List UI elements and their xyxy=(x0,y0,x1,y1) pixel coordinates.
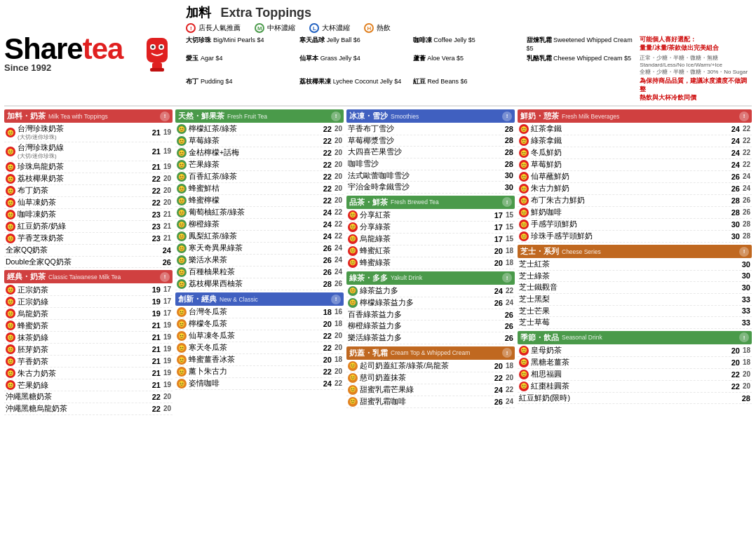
item-prices: 2422 xyxy=(323,208,342,217)
legend-popular-label: 店長人氣推薦 xyxy=(198,23,241,33)
list-item: 😊 正宗奶綠 1917 xyxy=(4,296,173,308)
topping-lycheecoconut: 荔枝椰果凍 Lychee Coconut Jelly $4 xyxy=(299,77,412,102)
item-prices: 2624 xyxy=(731,184,750,193)
item-name: 全家QQ奶茶 xyxy=(6,245,163,255)
item-name: 咖啡雪沙 xyxy=(348,159,505,169)
item-prices: 2119 xyxy=(152,163,171,171)
section-fresh-milk: 鮮奶・憩茶 Fresh Milk Beverages ! 😊 紅茶拿鐵 2422… xyxy=(518,109,752,243)
item-icon: 😊 xyxy=(6,309,15,318)
section-cheese: 芝士・系列 Cheese Series ! 芝士紅茶 30 芝士綠茶 30 芝士… xyxy=(518,245,752,329)
menu-grid: 加料・奶茶 Milk Tea with Toppings ! 😊 台灣珍珠奶茶(… xyxy=(4,109,752,415)
list-item: 😊 蜂蜜紅茶 2018 xyxy=(346,245,515,257)
item-prices: 2220 xyxy=(323,196,342,205)
item-name: 冬瓜鮮奶 xyxy=(531,148,731,158)
list-item: 😊 寒天奇異果綠茶 2624 xyxy=(175,243,344,255)
item-icon: 😊 xyxy=(6,174,15,184)
item-prices: 3028 xyxy=(731,220,750,229)
list-item: 😊 布丁奶茶 2220 xyxy=(4,185,173,197)
item-name: 烏龍綠茶 xyxy=(360,234,494,244)
svg-point-3 xyxy=(151,46,154,48)
item-prices: 30 xyxy=(742,271,750,280)
item-icon: 😊 xyxy=(519,124,529,134)
topping-jellyball: 寒天晶球 Jelly Ball $6 xyxy=(299,36,412,53)
item-icon: 😊 xyxy=(519,346,529,356)
section-icon: ! xyxy=(739,247,749,257)
section-icon: ! xyxy=(502,273,512,283)
item-name: 鮮奶咖啡 xyxy=(531,208,731,217)
item-prices: 2321 xyxy=(152,210,171,219)
item-name: 分享紅茶 xyxy=(360,210,494,220)
item-name: 鳳梨紅茶/綠茶 xyxy=(189,231,323,241)
section-title-en: New & Classic xyxy=(220,296,258,303)
section-title-cn: 冰凍・雪沙 xyxy=(349,111,388,121)
item-prices: 2220 xyxy=(152,175,171,183)
item-prices: 26 xyxy=(505,334,513,342)
item-icon: 😊 xyxy=(519,231,529,241)
list-item: 大四喜芒果雪沙 28 xyxy=(346,147,515,158)
list-item: 😊 鳳梨紅茶/綠茶 2422 xyxy=(175,231,344,243)
list-item: 😊 芒果奶綠 2119 xyxy=(4,379,173,391)
item-icon: 😊 xyxy=(6,222,15,231)
svg-point-4 xyxy=(160,46,163,48)
legend-popular-icon: ! xyxy=(186,23,196,33)
item-prices: 28 xyxy=(505,136,513,144)
logo: Sharetea xyxy=(4,34,123,64)
section-icon: ! xyxy=(502,112,512,121)
item-name: 百香綠茶益力多 xyxy=(348,310,505,320)
list-item: 😊 咖啡凍奶茶 2321 xyxy=(4,209,173,221)
section-classic-milk-tea: 經典・奶茶 Classic Taiwanese Milk Tea ! 😊 正宗奶… xyxy=(4,270,173,414)
item-name: 草莓鮮奶 xyxy=(531,160,731,170)
section-title-cn: 創新・經典 xyxy=(178,294,217,304)
item-name: 蜂蜜鮮桔 xyxy=(189,184,323,194)
item-name: 草莓綠茶 xyxy=(189,136,323,146)
list-item: 😊 草莓鮮奶 2422 xyxy=(518,159,752,171)
list-item: 😊 檸檬冬瓜茶 2018 xyxy=(175,318,344,330)
section-header-freshmilk: 鮮奶・憩茶 Fresh Milk Beverages ! xyxy=(518,109,752,123)
item-icon: 😊 xyxy=(6,332,15,342)
topping-aloe: 蘆薈 Aloe Vera $5 xyxy=(413,54,525,76)
item-icon: 😊 xyxy=(519,208,529,217)
topping-empty1 xyxy=(527,77,639,102)
topping-whippedcream: 甜煉乳霜 Sweetened Whipped Cream $5 xyxy=(527,36,639,53)
section-title-en: Fresh Brewed Tea xyxy=(391,198,439,205)
item-icon: 😊 xyxy=(348,373,358,383)
item-prices: 2119 xyxy=(152,369,171,377)
topping-agar: 愛玉 Agar $4 xyxy=(186,54,298,76)
section-seasonal: 季節・飲品 Seasonal Drink ! 😊 皇母奶茶 2018 😊 黑糖老… xyxy=(518,331,752,405)
item-prices: 2119 xyxy=(152,381,171,389)
item-icon: 😊 xyxy=(519,196,529,205)
item-icon: 😊 xyxy=(177,172,187,182)
list-item: 😊 檸檬紅茶/綠茶 2220 xyxy=(175,123,344,135)
list-item: 😊 葡萄柚紅茶/綠茶 2422 xyxy=(175,207,344,219)
item-name: 荔枝椰果奶茶 xyxy=(18,174,152,184)
item-prices: 2624 xyxy=(323,268,342,276)
list-item: 柳橙綠茶益力多 26 xyxy=(346,321,515,332)
item-name: 檸檬綠茶益力多 xyxy=(360,298,494,308)
item-icon: 😊 xyxy=(177,255,187,265)
item-name: 芒果綠茶 xyxy=(189,160,323,170)
item-name: 百種柚果粒茶 xyxy=(189,267,323,277)
list-item: 😊 仙草蘸鮮奶 2624 xyxy=(518,171,752,183)
section-title-cn: 品茶・鮮茶 xyxy=(349,197,388,208)
item-prices: 24 xyxy=(163,246,171,255)
item-prices: 2119 xyxy=(152,357,171,365)
item-icon: 😊 xyxy=(177,243,187,253)
item-name: 大四喜芒果雪沙 xyxy=(348,147,505,157)
item-name: 起司奶蓋紅茶/綠茶/烏龍茶 xyxy=(360,361,494,371)
section-cream-top: 奶蓋・乳霜 Cream Top & Whipped Cream ! 😊 起司奶蓋… xyxy=(346,346,515,408)
item-name: 沖繩黑糖烏龍奶茶 xyxy=(6,404,152,414)
list-item: 😊 百種柚果粒茶 2624 xyxy=(175,266,344,278)
list-item: 草莓椰漿雪沙 28 xyxy=(346,135,515,147)
item-icon: 😊 xyxy=(6,344,15,354)
item-name: 寒天奇異果綠茶 xyxy=(189,243,323,253)
list-item: 😊 布丁朱古力鮮奶 2826 xyxy=(518,195,752,207)
section-title-en: Cheese Series xyxy=(562,248,601,255)
item-icon: 😊 xyxy=(6,186,15,196)
item-name: 紅茶拿鐵 xyxy=(531,124,731,134)
list-item: 😊 甜蜜乳霜芒果綠 2422 xyxy=(346,384,515,396)
toppings-section: 加料 Extra Toppings ! 店長人氣推薦 M 中杯濃縮 L 大杯濃縮 xyxy=(186,4,752,102)
item-icon: 😊 xyxy=(348,234,358,244)
item-prices: 2220 xyxy=(323,149,342,157)
item-icon: 😊 xyxy=(6,356,15,366)
item-prices: 2422 xyxy=(323,379,342,388)
